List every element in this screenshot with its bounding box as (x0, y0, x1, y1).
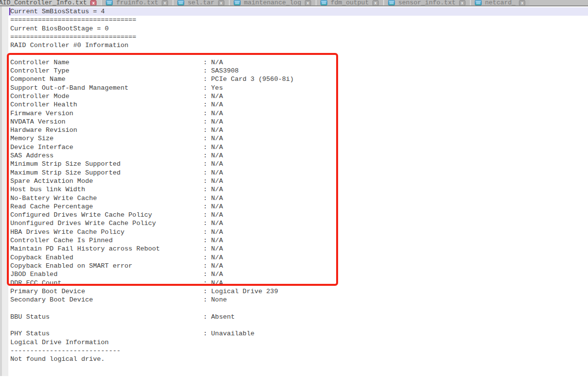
tab-label: sensor_info.txt (398, 0, 456, 6)
document-icon (177, 0, 184, 5)
editor-line: Hardware Revision : N/A (8, 126, 588, 134)
tab-label: maintenance_log (244, 0, 301, 6)
editor-line: HBA Drives Write Cache Policy : N/A (8, 228, 588, 236)
editor-line: Current SmBiosStatus = 4 (8, 7, 588, 16)
tab-maintenance-log[interactable]: maintenance_logx (230, 0, 317, 6)
close-tab-icon[interactable]: x (305, 0, 311, 6)
tab-raid-controller-info-txt[interactable]: RAID_Controller_Info.txtx (0, 0, 102, 6)
editor-line: Read Cache Percentage : N/A (8, 202, 588, 211)
editor-line: Component Name : PCIe Card 3 (9560-8i) (8, 75, 588, 83)
editor-line: Memory Size : N/A (8, 134, 588, 143)
editor-line: JBOD Enabled : N/A (8, 270, 588, 278)
editor-line: Spare Activation Mode : N/A (8, 177, 588, 185)
editor-line: Host bus link Width : N/A (8, 185, 588, 194)
text-caret (9, 8, 10, 15)
close-tab-icon[interactable]: x (459, 0, 466, 6)
editor-line: Current BiosBootStage = 0 (8, 25, 588, 33)
close-tab-icon[interactable]: x (218, 0, 224, 6)
editor-line: Controller Type : SAS3908 (8, 67, 588, 75)
editor-pane: Current SmBiosStatus = 4================… (0, 6, 588, 376)
tab-label: sel.tar (188, 0, 215, 6)
editor-line: ================================ (8, 16, 588, 24)
tab-label: fruinfo.txt (116, 0, 158, 6)
document-icon (388, 0, 395, 5)
editor-line: Controller Mode : N/A (8, 92, 588, 101)
editor-line: RAID Controller #0 Information (8, 41, 588, 50)
editor-line: Secondary Boot Device : None (8, 296, 588, 304)
document-icon (320, 0, 327, 5)
tab-sensor-info-txt[interactable]: sensor_info.txtx (384, 0, 471, 6)
bookmark-gutter (0, 6, 8, 376)
blank-line (8, 304, 588, 312)
tab-bar: RAID_Controller_Info.txtxfruinfo.txtxsel… (0, 0, 588, 6)
text-content[interactable]: Current SmBiosStatus = 4================… (8, 6, 588, 376)
close-tab-icon[interactable]: x (372, 0, 379, 6)
editor-line: ================================ (8, 33, 588, 41)
editor-line: Copyback Enabled on SMART error : N/A (8, 262, 588, 270)
editor-line: SAS Address : N/A (8, 151, 588, 160)
tab-netcard-[interactable]: netcard_x (471, 0, 530, 6)
document-icon (234, 0, 241, 5)
tab-fruinfo-txt[interactable]: fruinfo.txtx (102, 0, 173, 6)
editor-line: BBU Status : Absent (8, 313, 588, 321)
editor-line: Controller Health : N/A (8, 101, 588, 109)
editor-line: No-Battery Write Cache : N/A (8, 194, 588, 202)
editor-line: Support Out-of-Band Management : Yes (8, 84, 588, 92)
close-tab-icon[interactable]: x (162, 0, 168, 6)
document-icon (106, 0, 113, 5)
editor-line: Minimum Strip Size Supported : N/A (8, 160, 588, 168)
editor-line: Maintain PD Fail History across Reboot :… (8, 245, 588, 253)
editor-line: DDR ECC Count : N/A (8, 279, 588, 287)
editor-line: PHY Status : Unavailable (8, 329, 588, 338)
tab-label: fdm_output (331, 0, 369, 6)
blank-line (8, 50, 588, 58)
close-tab-icon[interactable]: x (90, 0, 97, 6)
editor-line: Primary Boot Device : Logical Drive 239 (8, 287, 588, 296)
editor-line: Controller Name : N/A (8, 58, 588, 67)
editor-line: ---------------------------- (8, 347, 588, 355)
editor-line: Maximum Strip Size Supported : N/A (8, 169, 588, 177)
document-icon (475, 0, 482, 5)
editor-line: Firmware Version : N/A (8, 109, 588, 118)
editor-line: Configured Drives Write Cache Policy : N… (8, 211, 588, 219)
editor-line: NVDATA Version : N/A (8, 118, 588, 126)
tab-label: netcard_ (485, 0, 515, 6)
editor-line: Controller Cache Is Pinned : N/A (8, 236, 588, 245)
editor-line: Device Interface : N/A (8, 143, 588, 151)
editor-line: Unonfigured Drives Write Cache Policy : … (8, 219, 588, 227)
tab-label: RAID_Controller_Info.txt (0, 0, 87, 6)
close-tab-icon[interactable]: x (519, 0, 525, 6)
tab-sel-tar[interactable]: sel.tarx (173, 0, 230, 6)
editor-line: Logical Drive Information (8, 338, 588, 347)
editor-line: Not found logical drive. (8, 355, 588, 363)
editor-line: Copyback Enabled : N/A (8, 253, 588, 262)
tab-fdm-output[interactable]: fdm_outputx (317, 0, 384, 6)
blank-line (8, 321, 588, 329)
